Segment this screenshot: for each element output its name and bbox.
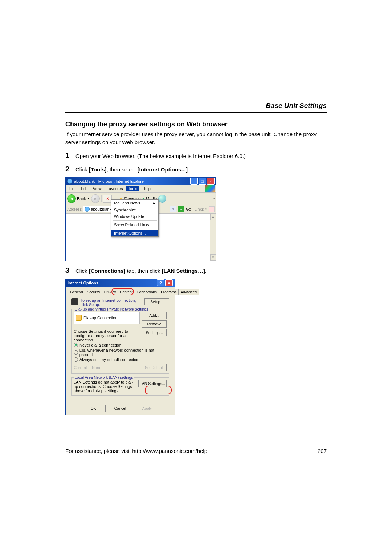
radio-off-icon: [74, 350, 78, 355]
back-button[interactable]: ◄ Back ▼: [67, 194, 90, 203]
scroll-down-icon[interactable]: ▼: [210, 254, 216, 261]
io-titlebar: Internet Options ? ×: [66, 279, 175, 287]
scroll-up-icon[interactable]: ▲: [210, 214, 216, 220]
setup-text: To set up an Internet connection, click …: [81, 298, 142, 307]
tab-advanced[interactable]: Advanced: [178, 289, 199, 295]
step-3-number: 3: [65, 266, 72, 275]
go-label: Go: [186, 207, 191, 211]
ie-titlebar: about:blank - Microsoft Internet Explore…: [66, 177, 216, 185]
step-1: 1 Open your Web browser. (The below exam…: [65, 151, 327, 160]
lan-text: LAN Settings do not apply to dial-up con…: [74, 380, 136, 393]
radio-never-dial[interactable]: Never dial a connection: [74, 343, 167, 347]
cancel-button[interactable]: Cancel: [108, 405, 132, 412]
step-2-number: 2: [65, 165, 72, 173]
address-label: Address: [67, 207, 82, 211]
back-arrow-icon: ◄: [67, 194, 76, 203]
radio-off-icon: [74, 357, 78, 362]
current-label: Current: [74, 365, 92, 370]
setup-button[interactable]: Setup...: [144, 298, 169, 305]
menu-help[interactable]: Help: [140, 186, 153, 191]
tools-synchronize[interactable]: Synchronize...: [111, 207, 158, 213]
ie-scrollbar[interactable]: ▲ ▼: [210, 214, 216, 261]
step-2-bold1: [Tools]: [89, 166, 107, 173]
links-label[interactable]: Links: [195, 207, 204, 211]
tools-mail-news[interactable]: Mail and News▸: [111, 200, 158, 207]
step-3-pre: Click: [75, 268, 89, 274]
dialup-item: Dial-up Connection: [83, 316, 118, 320]
io-title-text: Internet Options: [68, 281, 98, 285]
step-3-bold2: [LAN Settings…]: [162, 268, 205, 274]
address-value: about:blank: [91, 207, 111, 211]
proxy-text: Choose Settings if you need to configure…: [74, 329, 140, 342]
tab-general[interactable]: General: [68, 289, 85, 295]
ie-icon: [67, 179, 72, 184]
dialup-icon: [76, 315, 82, 321]
minimize-button[interactable]: –: [190, 178, 198, 185]
step-2-post: .: [188, 166, 189, 173]
tab-content[interactable]: Content: [118, 289, 135, 295]
maximize-button[interactable]: □: [199, 178, 206, 185]
menu-separator: [113, 220, 157, 221]
page-header: Base Unit Settings: [65, 102, 327, 113]
menu-view[interactable]: View: [91, 186, 104, 191]
lan-legend: Local Area Network (LAN) settings: [74, 375, 134, 380]
radio-on-icon: [74, 343, 78, 347]
lan-settings-button[interactable]: LAN Settings...: [138, 380, 167, 387]
tab-security[interactable]: Security: [85, 289, 102, 295]
tab-privacy[interactable]: Privacy: [102, 289, 118, 295]
step-2-mid: , then select: [107, 166, 138, 173]
step-1-number: 1: [65, 151, 72, 160]
back-label: Back: [77, 197, 86, 201]
menu-favorites[interactable]: Favorites: [104, 186, 125, 191]
footer-text: For assistance, please visit http://www.…: [65, 448, 207, 454]
ok-button[interactable]: OK: [81, 405, 106, 412]
io-close-button[interactable]: ×: [165, 279, 173, 286]
tools-windows-update[interactable]: Windows Update: [111, 213, 158, 220]
current-value: None: [92, 365, 101, 370]
ie-flag-icon: [205, 185, 215, 192]
page-icon: [85, 207, 90, 212]
tools-internet-options[interactable]: Internet Options...: [111, 230, 158, 236]
ie-window: about:blank - Microsoft Internet Explore…: [65, 177, 216, 261]
page-number: 207: [318, 448, 327, 454]
step-3-bold1: [Connections]: [89, 268, 126, 274]
tab-connections[interactable]: Connections: [135, 289, 159, 295]
internet-options-dialog: Internet Options ? × General Security Pr…: [65, 279, 175, 415]
menu-edit[interactable]: Edit: [79, 186, 90, 191]
radio-always-dial[interactable]: Always dial my default connection: [74, 357, 167, 362]
section-title: Changing the proxy server settings on We…: [65, 121, 327, 128]
add-button[interactable]: Add...: [142, 312, 167, 319]
dialup-list[interactable]: Dial-up Connection: [74, 312, 140, 324]
ie-menubar: File Edit View Favorites Tools Help: [66, 185, 216, 193]
toolbar-icon[interactable]: [209, 206, 215, 212]
tools-dropdown-menu: Mail and News▸ Synchronize... Windows Up…: [111, 199, 159, 237]
forward-button[interactable]: ►: [91, 194, 100, 203]
go-button[interactable]: →: [178, 206, 184, 212]
step-2-text: Click [Tools], then select [Internet Opt…: [75, 166, 189, 173]
address-history-icon[interactable]: ▾: [170, 206, 176, 212]
tab-programs[interactable]: Programs: [159, 289, 179, 295]
ie-title-text: about:blank - Microsoft Internet Explore…: [74, 179, 145, 183]
tools-related-links[interactable]: Show Related Links: [111, 222, 158, 228]
help-button[interactable]: ?: [157, 279, 164, 286]
step-3-post: .: [205, 268, 207, 274]
menu-tools[interactable]: Tools: [126, 186, 140, 191]
step-3: 3 Click [Connections] tab, then click [L…: [65, 266, 327, 275]
history-icon[interactable]: [158, 195, 166, 203]
step-2-bold2: [Internet Options...]: [138, 166, 188, 173]
step-3-text: Click [Connections] tab, then click [LAN…: [75, 268, 207, 274]
globe-wizard-icon: [71, 298, 78, 305]
close-button[interactable]: ×: [207, 178, 215, 185]
radio-dial-when-no-net[interactable]: Dial whenever a network connection is no…: [74, 348, 167, 357]
page-footer: For assistance, please visit http://www.…: [65, 448, 327, 454]
dialup-legend: Dial-up and Virtual Private Network sett…: [74, 307, 149, 311]
remove-button[interactable]: Remove: [142, 320, 167, 328]
settings-button[interactable]: Settings...: [142, 329, 167, 336]
intro-text: If your Internet service provider uses t…: [65, 130, 327, 146]
step-2-pre: Click: [75, 166, 89, 173]
io-tabs: General Security Privacy Content Connect…: [66, 287, 175, 295]
menu-separator: [113, 229, 157, 229]
step-3-mid: tab, then click: [126, 268, 162, 274]
menu-file[interactable]: File: [67, 186, 78, 191]
apply-button: Apply: [135, 405, 159, 412]
